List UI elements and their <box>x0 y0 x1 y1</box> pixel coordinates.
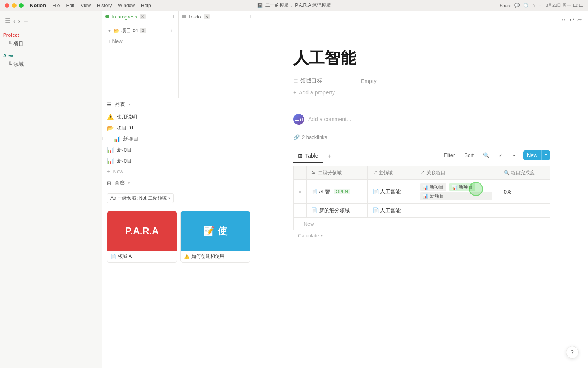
chart-icon-3: 📊 <box>107 158 114 164</box>
gallery-view-label[interactable]: 画廊 <box>114 179 125 187</box>
sidebar-item-area-sub[interactable]: └ └ 领域 <box>0 59 102 69</box>
status-dot-gray <box>182 15 186 18</box>
add-todo-btn[interactable]: + <box>249 13 252 20</box>
board-columns: In progress 3 + ▼ 📂 项目 01 3 ··· + <box>102 11 255 98</box>
expand-icon[interactable]: ↔ <box>561 17 566 23</box>
add-row-icon: + <box>298 221 301 227</box>
th-sub-domain[interactable]: Aa 二级分领域 <box>307 166 368 180</box>
td-completion-1[interactable]: 0% <box>499 180 550 204</box>
clock-icon[interactable]: 🕐 <box>523 3 529 8</box>
prop-name-domain[interactable]: 领域目标 <box>300 78 322 85</box>
table-add-row-btn[interactable]: + New <box>293 218 550 230</box>
gallery-filter-tag[interactable]: Aa 一级领域: Not 二级领域 ▾ <box>107 193 174 203</box>
board-col-head-in-progress: In progress 3 + <box>102 11 178 22</box>
menu-edit[interactable]: Edit <box>65 3 76 8</box>
td-related-2[interactable] <box>415 204 499 218</box>
gallery-card-2[interactable]: 📝 使 ⚠️ 如何创建和使用 <box>180 211 251 263</box>
filter-btn[interactable]: Filter <box>440 151 458 160</box>
page-icon-main-2: 📄 <box>373 207 380 213</box>
add-new-card-btn[interactable]: + New <box>105 37 176 46</box>
layout-icon[interactable]: ▱ <box>577 17 582 23</box>
more-table-btn[interactable]: ··· <box>509 151 520 160</box>
menu-file[interactable]: File <box>51 3 61 8</box>
middle-panel: In progress 3 + ▼ 📂 项目 01 3 ··· + <box>102 11 255 368</box>
board-col-head-todo: To-do 5 + <box>179 11 255 22</box>
calculate-row[interactable]: Calculate ▾ <box>293 230 550 241</box>
new-btn-label[interactable]: New <box>523 150 542 160</box>
td-main-1[interactable]: 📄 人工智能 <box>368 180 415 204</box>
rel-tag-1a[interactable]: 📊 新项目 <box>420 183 446 191</box>
area-section-label: Area <box>0 48 102 59</box>
page-icon-main-1: 📄 <box>373 189 380 194</box>
td-completion-2[interactable] <box>499 204 550 218</box>
comment-input[interactable]: Add a comment... <box>308 116 351 122</box>
list-item-chart-2[interactable]: 📊 新项目 <box>102 144 255 155</box>
star-icon[interactable]: ☆ <box>532 3 536 8</box>
more-icon[interactable]: ··· <box>539 3 542 8</box>
menu-history[interactable]: History <box>96 3 113 8</box>
menu-view[interactable]: View <box>79 3 92 8</box>
gallery-dropdown-icon[interactable]: ▾ <box>128 181 130 186</box>
sort-btn[interactable]: Sort <box>461 151 477 160</box>
rel-tag-1c[interactable]: 📊 新项目 <box>420 192 492 200</box>
page-breadcrumb[interactable]: P.A.R.A 笔记模板 <box>295 2 331 9</box>
group-more-btn[interactable]: ··· <box>164 28 168 34</box>
board-col-in-progress: In progress 3 + ▼ 📂 项目 01 3 ··· + <box>102 11 179 98</box>
list-view-label[interactable]: 列表 <box>115 101 125 108</box>
add-card-btn[interactable]: + <box>172 13 175 20</box>
minimize-button[interactable] <box>12 3 17 8</box>
th-related-projects[interactable]: ↗ 关联项目 <box>415 166 499 180</box>
chart-icon-1: 📊 <box>113 136 120 142</box>
list-dropdown-icon[interactable]: ▾ <box>128 102 130 107</box>
drag-handle-icon[interactable]: ⠿ <box>298 189 301 194</box>
td-related-1[interactable]: 📊 新项目 📊 新项目 📊 新项目 <box>415 180 499 204</box>
fullscreen-button[interactable] <box>19 3 24 8</box>
search-btn[interactable]: 🔍 <box>480 151 492 160</box>
nav-forward[interactable]: › <box>18 18 20 24</box>
th-main-domain[interactable]: ↗ 主领域 <box>368 166 415 180</box>
row2-name: 新的细分领域 <box>319 207 350 213</box>
group-header[interactable]: ▼ 📂 项目 01 3 ··· + <box>105 25 176 37</box>
menu-help[interactable]: Help <box>140 3 153 8</box>
rel-tag-1b[interactable]: 📊 新项目 <box>449 183 475 191</box>
prop-value-domain[interactable]: Empty <box>361 78 377 84</box>
list-item-warning[interactable]: ⚠️ 使用说明 <box>102 111 255 122</box>
new-btn-dropdown[interactable]: ▾ <box>542 150 550 160</box>
sidebar-item-project-sub[interactable]: └ └ 项目 <box>0 39 102 48</box>
new-btn-group[interactable]: New ▾ <box>523 150 550 160</box>
share-button[interactable]: Share <box>500 3 511 8</box>
row-options-1[interactable]: ··· <box>105 137 108 141</box>
group-toggle-icon: ▼ <box>108 29 112 33</box>
list-add-new[interactable]: + New <box>102 166 255 176</box>
list-item-folder[interactable]: 📂 项目 01 <box>102 122 255 133</box>
td-name-2[interactable]: 📄 新的细分领域 <box>307 204 368 218</box>
workspace-name[interactable]: 二一的模板 <box>265 2 289 9</box>
comment-icon[interactable]: 💬 <box>514 3 520 8</box>
tab-add-btn[interactable]: + <box>324 150 334 162</box>
prop-icon-domain: ☰ <box>293 78 298 84</box>
td-main-2[interactable]: 📄 人工智能 <box>368 204 415 218</box>
titlebar-left: Notion File Edit View History Window Hel… <box>5 2 257 8</box>
th-label-related: 关联项目 <box>426 170 445 176</box>
group-count: 3 <box>140 28 146 33</box>
td-name-1[interactable]: 📄 AI 智 OPEN <box>307 180 368 204</box>
gallery-card-1[interactable]: P.A.R.A 📄 领域 A <box>107 211 177 263</box>
group-add-btn[interactable]: + <box>170 28 173 34</box>
nav-back[interactable]: ‹ <box>13 18 15 24</box>
drag-handle-1[interactable]: ⠿ <box>102 137 103 141</box>
sidebar-toggle[interactable]: ☰ <box>5 17 10 25</box>
th-completion[interactable]: 🔍 项目完成度 <box>499 166 550 180</box>
list-item-chart-3[interactable]: 📊 新项目 <box>102 155 255 166</box>
add-property-btn[interactable]: + Add a property <box>293 87 550 98</box>
close-button[interactable] <box>5 3 9 8</box>
backlinks-row[interactable]: 🔗 2 backlinks <box>255 131 588 143</box>
tab-table[interactable]: ⊞ Table <box>293 150 323 163</box>
menu-window[interactable]: Window <box>116 3 136 8</box>
new-page-btn[interactable]: + <box>24 18 28 25</box>
add-property-label: Add a property <box>299 89 335 96</box>
fullscreen-table-btn[interactable]: ⤢ <box>496 151 506 160</box>
list-item-chart-1[interactable]: ⠿ ··· 📊 新项目 <box>102 133 255 144</box>
help-button[interactable]: ? <box>566 346 579 359</box>
history-icon[interactable]: ↩ <box>570 17 574 23</box>
group-name: 项目 01 <box>121 27 138 34</box>
